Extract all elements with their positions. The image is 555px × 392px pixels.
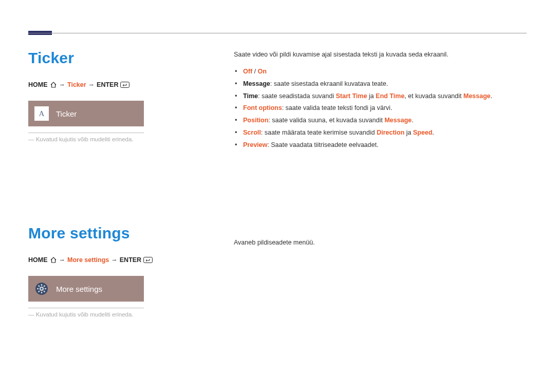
- home-icon: [50, 82, 57, 88]
- more-settings-tile-label: More settings: [56, 285, 102, 293]
- arrow-icon: →: [111, 256, 118, 264]
- breadcrumb-ticker: HOME → Ticker → ENTER: [28, 81, 218, 88]
- list-item: Font options: saate valida teate teksti …: [243, 102, 527, 115]
- breadcrumb-home: HOME: [28, 256, 48, 264]
- ticker-tile-label: Ticker: [56, 109, 77, 118]
- ticker-tile[interactable]: A Ticker: [28, 101, 144, 126]
- list-item: Time: saate seadistada suvandi Start Tim…: [243, 90, 527, 103]
- message-label: Message: [384, 117, 412, 124]
- divider: [28, 308, 144, 308]
- on-label: On: [257, 68, 266, 75]
- sep: /: [252, 68, 257, 75]
- text: : saate seadistada suvandi: [258, 92, 336, 100]
- text: .: [412, 117, 413, 124]
- preview-label: Preview: [243, 141, 267, 148]
- more-settings-tile[interactable]: More settings: [28, 276, 144, 302]
- svg-rect-0: [121, 82, 130, 88]
- text: : saate sisestada ekraanil kuvatava teat…: [270, 80, 388, 87]
- top-divider: [28, 33, 527, 33]
- arrow-icon: →: [59, 256, 66, 264]
- message-label: Message: [243, 80, 270, 87]
- enter-icon: [143, 257, 153, 263]
- time-label: Time: [243, 92, 258, 100]
- text: ja: [367, 92, 376, 100]
- svg-point-4: [41, 288, 43, 290]
- direction-label: Direction: [377, 129, 404, 136]
- scroll-label: Scroll: [243, 129, 261, 136]
- ticker-intro: Saate video või pildi kuvamise ajal sise…: [234, 49, 527, 60]
- text: , et kuvada suvandit: [404, 92, 464, 100]
- breadcrumb-ticker-item: Ticker: [67, 81, 86, 88]
- start-time-label: Start Time: [336, 92, 367, 100]
- svg-rect-1: [144, 257, 153, 263]
- text: .: [432, 129, 434, 136]
- list-item: Off / On: [243, 66, 527, 78]
- breadcrumb-more-item: More settings: [67, 256, 109, 264]
- text: .: [491, 92, 492, 100]
- list-item: Message: saate sisestada ekraanil kuvata…: [243, 78, 527, 90]
- arrow-icon: →: [59, 81, 66, 88]
- text: : saate valida suuna, et kuvada suvandit: [268, 117, 384, 124]
- font-options-label: Font options: [243, 104, 282, 111]
- svg-rect-7: [37, 288, 39, 289]
- enter-icon: [120, 82, 130, 88]
- breadcrumb-more: HOME → More settings → ENTER: [28, 256, 218, 264]
- ticker-tile-letter-icon: A: [34, 106, 49, 121]
- message-label: Message: [464, 92, 491, 100]
- more-note: Kuvatud kujutis võib mudeliti erineda.: [28, 311, 218, 318]
- ticker-note: Kuvatud kujutis võib mudeliti erineda.: [28, 136, 218, 142]
- more-intro: Avaneb pildiseadete menüü.: [234, 237, 527, 248]
- left-column: Ticker HOME → Ticker → ENTER A Ticker Ku…: [28, 49, 234, 318]
- speed-label: Speed: [413, 129, 433, 136]
- text: : saate määrata teate kerimise suvandid: [261, 129, 377, 136]
- svg-rect-6: [41, 292, 42, 293]
- breadcrumb-enter: ENTER: [120, 256, 141, 264]
- divider: [28, 133, 144, 133]
- position-label: Position: [243, 117, 268, 124]
- breadcrumb-home: HOME: [28, 81, 48, 88]
- right-column: Saate video või pildi kuvamise ajal sise…: [234, 49, 527, 318]
- off-label: Off: [243, 68, 252, 75]
- text: ja: [404, 129, 413, 136]
- list-item: Preview: Saate vaadata tiitriseadete eel…: [243, 139, 527, 152]
- list-item: Position: saate valida suuna, et kuvada …: [243, 115, 527, 127]
- text: : saate valida teate teksti fondi ja vär…: [282, 104, 393, 111]
- svg-rect-8: [45, 288, 46, 289]
- list-item: Scroll: saate määrata teate kerimise suv…: [243, 127, 527, 139]
- ticker-heading: Ticker: [28, 49, 218, 67]
- home-icon: [50, 257, 57, 263]
- ticker-bullet-list: Off / On Message: saate sisestada ekraan…: [234, 66, 527, 151]
- svg-rect-5: [41, 284, 42, 286]
- text: : Saate vaadata tiitriseadete eelvaadet.: [267, 141, 378, 148]
- gear-icon: [34, 282, 49, 296]
- arrow-icon: →: [88, 81, 95, 88]
- end-time-label: End Time: [376, 92, 404, 100]
- breadcrumb-enter: ENTER: [97, 81, 118, 88]
- more-settings-heading: More settings: [28, 225, 218, 242]
